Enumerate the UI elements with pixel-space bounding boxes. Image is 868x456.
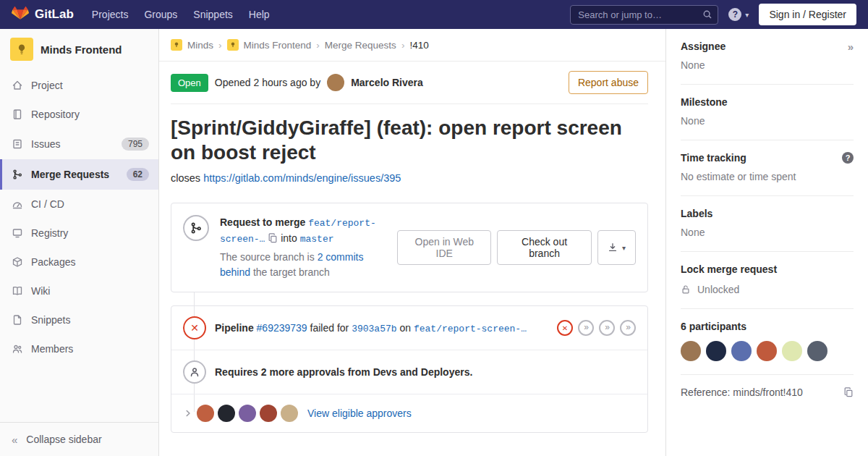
pipeline-id-link[interactable]: #69239739 (257, 322, 307, 334)
sidebar-item-ci-cd[interactable]: CI / CD (0, 190, 158, 219)
participant-avatar[interactable] (807, 341, 827, 361)
open-web-ide-button[interactable]: Open in Web IDE (397, 230, 491, 265)
time-tracking-label: Time tracking (681, 152, 746, 164)
commit-sha-link[interactable]: 3903a57b (352, 324, 396, 334)
project-mini-avatar (227, 39, 239, 51)
sidebar-item-merge-requests[interactable]: Merge Requests 62 (0, 159, 158, 190)
home-icon (12, 80, 23, 91)
nav-projects[interactable]: Projects (84, 9, 137, 20)
stage-skipped-icon[interactable]: » (599, 320, 615, 336)
participant-avatar[interactable] (731, 341, 752, 361)
sidebar-nav: Project Repository Issues 795 Merge Requ… (0, 71, 158, 363)
stage-skipped-icon[interactable]: » (620, 320, 636, 336)
sidebar-item-registry[interactable]: Registry (0, 219, 158, 248)
sidebar-item-issues[interactable]: Issues 795 (0, 129, 158, 159)
author-name-link[interactable]: Marcelo Rivera (351, 77, 423, 88)
sign-in-button[interactable]: Sign in / Register (759, 4, 856, 25)
gauge-icon (12, 198, 23, 210)
approver-avatar[interactable] (218, 405, 235, 422)
into-label: into (281, 232, 297, 244)
labels-label: Labels (681, 208, 712, 219)
project-header[interactable]: Minds Frontend (0, 29, 158, 71)
merge-request-widget: Request to merge feat/report-screen-… in… (171, 203, 648, 292)
author-avatar[interactable] (327, 74, 344, 91)
breadcrumb-group[interactable]: Minds (187, 40, 213, 51)
approver-avatar[interactable] (239, 405, 256, 422)
issues-count-badge: 795 (122, 138, 149, 151)
sidebar-item-packages[interactable]: Packages (0, 248, 158, 276)
nav-groups[interactable]: Groups (136, 9, 185, 20)
nav-snippets[interactable]: Snippets (185, 9, 240, 20)
search-input[interactable] (570, 5, 718, 25)
labels-block: Labels None (681, 196, 854, 252)
reference-block: Reference: minds/front!410 (681, 375, 854, 411)
labels-value: None (681, 227, 854, 238)
sidebar-item-label: Packages (31, 256, 75, 268)
behind-post: the target branch (253, 266, 330, 278)
sidebar-item-label: Wiki (31, 285, 50, 297)
pipeline-branch-link[interactable]: feat/report-screen-… (414, 324, 527, 334)
sidebar-item-snippets[interactable]: Snippets (0, 305, 158, 334)
check-out-branch-button[interactable]: Check out branch (497, 230, 592, 265)
lock-value: Unlocked (697, 284, 739, 295)
chevron-right-icon[interactable] (183, 408, 193, 418)
report-abuse-button[interactable]: Report abuse (569, 71, 648, 94)
request-to-merge-label: Request to merge (220, 216, 305, 228)
book-icon (12, 109, 23, 120)
top-navbar: GitLab Projects Groups Snippets Help ? ▾… (0, 0, 868, 29)
sidebar-item-wiki[interactable]: Wiki (0, 276, 158, 305)
gitlab-logo[interactable]: GitLab (12, 7, 74, 23)
collapse-sidebar-button[interactable]: « Collapse sidebar (0, 422, 158, 456)
participant-avatar[interactable] (757, 341, 777, 361)
time-tracking-value: No estimate or time spent (681, 171, 854, 182)
request-to-merge-info: Request to merge feat/report-screen-… in… (220, 215, 386, 280)
container-registry-icon (12, 227, 23, 239)
approver-avatar[interactable] (260, 405, 277, 422)
approver-avatar[interactable] (197, 405, 214, 422)
target-branch-link[interactable]: master (300, 234, 334, 245)
assignee-value: None (681, 59, 854, 71)
approver-avatar[interactable] (281, 405, 298, 422)
brand-name: GitLab (35, 7, 74, 22)
stage-skipped-icon[interactable]: » (578, 320, 594, 336)
sidebar-item-label: Merge Requests (31, 169, 109, 180)
help-question-icon[interactable]: ? (842, 152, 854, 164)
breadcrumb: Minds › Minds Frontend › Merge Requests … (159, 29, 665, 62)
issuable-sidebar: Assignee » None Milestone None Time trac… (665, 29, 868, 456)
opened-text: Opened 2 hours ago by (215, 77, 320, 88)
time-tracking-block: Time tracking ? No estimate or time spen… (681, 140, 854, 196)
pipeline-label: Pipeline (215, 322, 254, 334)
sidebar-item-members[interactable]: Members (0, 334, 158, 363)
copy-branch-icon[interactable] (268, 233, 278, 243)
main-content: Minds › Minds Frontend › Merge Requests … (159, 29, 665, 456)
mr-count-badge: 62 (127, 168, 149, 181)
git-merge-icon (12, 169, 23, 180)
view-eligible-approvers-link[interactable]: View eligible approvers (307, 408, 412, 419)
help-dropdown[interactable]: ? ▾ (728, 8, 749, 21)
sidebar-item-label: Registry (31, 227, 68, 239)
breadcrumb-merge-requests[interactable]: Merge Requests (325, 40, 396, 51)
stage-failed-icon[interactable]: ✕ (557, 320, 573, 336)
chevron-double-right-icon[interactable]: » (848, 41, 854, 52)
milestone-block: Milestone None (681, 85, 854, 140)
sidebar-item-project[interactable]: Project (0, 71, 158, 100)
copy-reference-icon[interactable] (843, 387, 854, 397)
sidebar-item-repository[interactable]: Repository (0, 100, 158, 129)
pipeline-section: ✕ Pipeline #69239739 failed for 3903a57b… (171, 306, 647, 350)
collapse-sidebar-label: Collapse sidebar (26, 434, 101, 445)
nav-help[interactable]: Help (241, 9, 278, 20)
breadcrumb-project[interactable]: Minds Frontend (244, 40, 312, 51)
assignee-block: Assignee » None (681, 29, 854, 85)
users-icon (12, 343, 23, 355)
snippet-icon (12, 314, 23, 326)
participant-avatar[interactable] (706, 341, 726, 361)
sidebar-item-label: Project (31, 80, 63, 91)
participant-avatar[interactable] (782, 341, 802, 361)
git-merge-circle-icon (183, 215, 209, 241)
participant-avatar[interactable] (681, 341, 701, 361)
closes-issue-link[interactable]: https://gitlab.com/minds/engine/issues/3… (203, 172, 401, 184)
mr-title: [Sprint/GiddyGiraffe] (feat): open repor… (171, 116, 634, 165)
pipeline-failed-icon[interactable]: ✕ (183, 316, 206, 339)
sidebar-item-label: Members (31, 343, 73, 355)
download-dropdown-button[interactable]: ▾ (597, 230, 636, 265)
